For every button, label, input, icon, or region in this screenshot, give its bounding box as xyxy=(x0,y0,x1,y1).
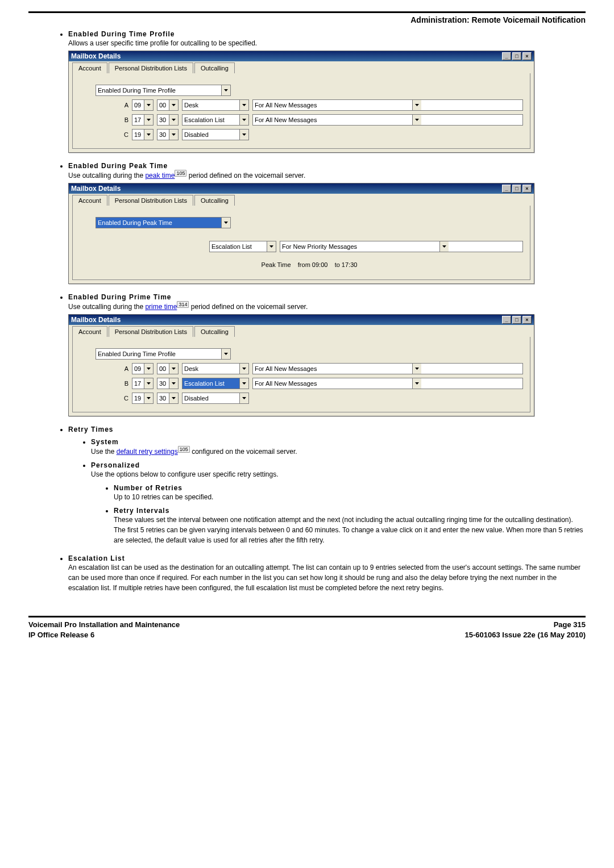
chevron-down-icon[interactable] xyxy=(239,378,248,389)
section-prime-time-title: Enabled During Prime Time xyxy=(68,293,586,301)
message-type-select[interactable] xyxy=(280,241,523,252)
chevron-down-icon[interactable] xyxy=(239,115,248,125)
chevron-down-icon[interactable] xyxy=(144,364,153,374)
ref-badge: 105 xyxy=(175,170,186,177)
minute-select[interactable] xyxy=(157,378,179,389)
row-label: C xyxy=(121,395,128,402)
minute-select[interactable] xyxy=(157,363,179,374)
hour-select[interactable] xyxy=(132,114,154,126)
chevron-down-icon[interactable] xyxy=(239,130,248,140)
svg-marker-6 xyxy=(172,119,176,121)
minute-select[interactable] xyxy=(157,129,179,140)
window-peak-time: Mailbox Details _ □ × Account Personal D… xyxy=(68,183,534,284)
svg-marker-20 xyxy=(147,382,151,385)
destination-select[interactable] xyxy=(182,99,249,111)
chevron-down-icon[interactable] xyxy=(412,364,421,374)
minute-select[interactable] xyxy=(157,393,179,404)
chevron-down-icon[interactable] xyxy=(221,349,230,359)
tab-pdl[interactable]: Personal Distribution Lists xyxy=(109,326,193,337)
section-retry-title: Retry Times xyxy=(68,425,586,433)
footer-release: IP Office Release 6 xyxy=(28,630,180,640)
chevron-down-icon[interactable] xyxy=(144,393,153,403)
tab-pdl[interactable]: Personal Distribution Lists xyxy=(109,62,193,73)
close-icon[interactable]: × xyxy=(522,52,532,60)
destination-select[interactable] xyxy=(182,114,249,126)
tab-pdl[interactable]: Personal Distribution Lists xyxy=(109,195,193,206)
destination-select[interactable] xyxy=(182,378,249,389)
destination-select[interactable] xyxy=(209,241,276,252)
maximize-icon[interactable]: □ xyxy=(512,316,521,324)
chevron-down-icon[interactable] xyxy=(144,378,153,389)
chevron-down-icon[interactable] xyxy=(221,218,230,228)
message-type-select[interactable] xyxy=(252,114,523,126)
svg-marker-2 xyxy=(172,104,176,106)
section-time-profile-desc: Allows a user specific time profile for … xyxy=(68,38,586,48)
chevron-down-icon[interactable] xyxy=(169,100,178,110)
chevron-down-icon[interactable] xyxy=(169,115,178,125)
chevron-down-icon[interactable] xyxy=(439,241,449,252)
hour-select[interactable] xyxy=(132,363,154,374)
chevron-down-icon[interactable] xyxy=(169,364,178,374)
maximize-icon[interactable]: □ xyxy=(512,185,521,193)
section-peak-time-title: Enabled During Peak Time xyxy=(68,162,586,170)
retry-personalized-desc: Use the options below to configure user … xyxy=(91,469,586,479)
mode-select[interactable] xyxy=(96,85,231,96)
chevron-down-icon[interactable] xyxy=(412,378,421,389)
default-retry-link[interactable]: default retry settings xyxy=(117,448,178,456)
svg-marker-1 xyxy=(147,104,151,106)
chevron-down-icon[interactable] xyxy=(144,130,153,140)
chevron-down-icon[interactable] xyxy=(412,115,421,125)
hour-select[interactable] xyxy=(132,99,154,111)
destination-select[interactable] xyxy=(182,393,249,404)
tab-outcalling[interactable]: Outcalling xyxy=(194,195,235,206)
section-time-profile-title: Enabled During Time Profile xyxy=(68,30,586,38)
section-peak-time-desc: Use outcalling during the peak time105 p… xyxy=(68,170,586,181)
chevron-down-icon[interactable] xyxy=(169,130,178,140)
minute-select[interactable] xyxy=(157,99,179,111)
hour-select[interactable] xyxy=(132,378,154,389)
chevron-down-icon[interactable] xyxy=(412,100,421,110)
tab-outcalling[interactable]: Outcalling xyxy=(194,62,235,73)
minimize-icon[interactable]: _ xyxy=(502,185,511,193)
retry-intervals-title: Retry Intervals xyxy=(114,507,586,515)
svg-marker-13 xyxy=(269,245,273,248)
prime-time-link[interactable]: prime time xyxy=(145,303,177,311)
svg-marker-7 xyxy=(242,119,246,121)
tab-account[interactable]: Account xyxy=(72,195,107,206)
tab-outcalling[interactable]: Outcalling xyxy=(194,326,235,337)
svg-marker-14 xyxy=(442,245,446,248)
message-type-select[interactable] xyxy=(252,99,523,111)
message-type-select[interactable] xyxy=(252,363,523,374)
mode-select[interactable] xyxy=(96,348,231,360)
message-type-select[interactable] xyxy=(252,378,523,389)
minimize-icon[interactable]: _ xyxy=(502,52,511,60)
chevron-down-icon[interactable] xyxy=(239,393,248,403)
svg-marker-16 xyxy=(147,368,151,370)
mode-select[interactable] xyxy=(96,217,231,228)
tab-account[interactable]: Account xyxy=(72,62,107,73)
close-icon[interactable]: × xyxy=(522,316,532,324)
maximize-icon[interactable]: □ xyxy=(512,52,521,60)
chevron-down-icon[interactable] xyxy=(239,364,248,374)
chevron-down-icon[interactable] xyxy=(267,241,276,252)
chevron-down-icon[interactable] xyxy=(239,100,248,110)
chevron-down-icon[interactable] xyxy=(144,115,153,125)
minimize-icon[interactable]: _ xyxy=(502,316,511,324)
hour-select[interactable] xyxy=(132,129,154,140)
svg-marker-9 xyxy=(147,133,151,136)
peak-time-label: Peak Time xyxy=(262,261,291,268)
hour-select[interactable] xyxy=(132,393,154,404)
peak-time-link[interactable]: peak time xyxy=(145,172,175,180)
minute-select[interactable] xyxy=(157,114,179,126)
destination-select[interactable] xyxy=(182,129,249,140)
destination-select[interactable] xyxy=(182,363,249,374)
row-label: B xyxy=(121,380,128,387)
chevron-down-icon[interactable] xyxy=(169,393,178,403)
chevron-down-icon[interactable] xyxy=(144,100,153,110)
tab-account[interactable]: Account xyxy=(72,326,107,337)
window-title: Mailbox Details xyxy=(71,52,121,60)
chevron-down-icon[interactable] xyxy=(169,378,178,389)
close-icon[interactable]: × xyxy=(522,185,532,193)
chevron-down-icon[interactable] xyxy=(221,85,230,95)
svg-marker-5 xyxy=(147,119,151,121)
